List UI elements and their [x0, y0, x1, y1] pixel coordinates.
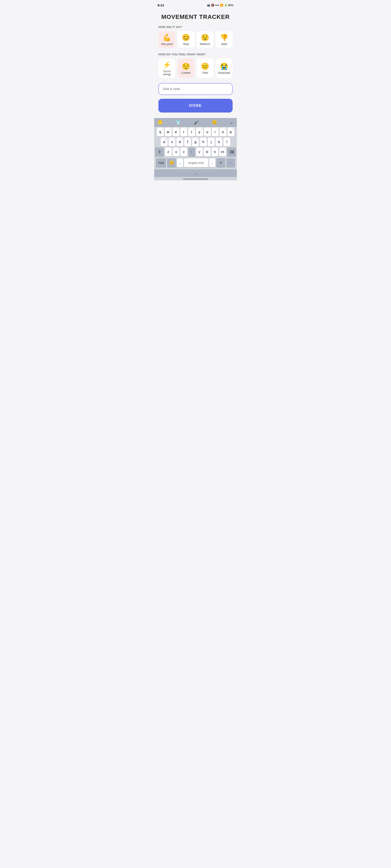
- section2-label-1: Content: [181, 71, 190, 74]
- note-input[interactable]: [162, 87, 229, 91]
- section2-emoji-0: ⚡: [162, 61, 171, 68]
- section1-emoji-1: 😊: [182, 34, 190, 41]
- key-u[interactable]: 7u: [204, 128, 211, 136]
- keyboard-collapse-icon[interactable]: ⌄: [230, 120, 234, 125]
- key-l[interactable]: )l: [223, 137, 230, 147]
- battery-icon: 🔋 66%: [224, 4, 234, 7]
- app-title: MOVEMENT TRACKER: [158, 13, 233, 20]
- section2-option-1[interactable]: 😌 Content: [178, 59, 194, 78]
- key-row-3: ⇧ *z #x "c | ;v :b !n ?m ⌫: [155, 148, 236, 156]
- key-j[interactable]: +j: [208, 137, 215, 147]
- key-m[interactable]: ?m: [219, 148, 226, 156]
- key-comma[interactable]: ,: [177, 158, 183, 167]
- note-input-wrapper[interactable]: [158, 83, 233, 95]
- signal-icon: ▪▪▪▪: [215, 4, 219, 7]
- key-row-2: @a #s £d _f &g -h +j (k )l: [155, 137, 236, 147]
- main-content: MOVEMENT TRACKER HOW DID IT GO? 💪 Very g…: [154, 9, 237, 118]
- camera-icon: 📹: [207, 4, 210, 7]
- key-g[interactable]: &g: [192, 137, 199, 147]
- key-w[interactable]: 2w: [165, 128, 172, 136]
- key-row-1: 1q 2w 3e 4r 5t 6y 7u 8i 9o 0p: [155, 128, 236, 136]
- section1-label-1: Okay: [183, 42, 189, 45]
- key-emoji-smiley[interactable]: 😊: [167, 158, 176, 167]
- keyboard-toolbar: 😶 👕 🎤 😊 ⌄: [154, 118, 237, 127]
- key-z[interactable]: *z: [165, 148, 172, 156]
- keyboard-shirt-icon[interactable]: 👕: [176, 120, 181, 125]
- status-time: 9:13: [157, 3, 164, 7]
- key-special-123[interactable]: !?: [216, 158, 225, 167]
- key-num123[interactable]: ?123: [156, 158, 166, 167]
- section1-emoji-0: 💪: [162, 34, 171, 41]
- section2-option-2[interactable]: 😐 Tired: [197, 59, 213, 78]
- key-shift[interactable]: ⇧: [155, 148, 164, 156]
- keyboard-dismiss-row[interactable]: ⌄: [154, 169, 237, 177]
- key-o[interactable]: 9o: [220, 128, 227, 136]
- key-d[interactable]: £d: [176, 137, 183, 147]
- keyboard-bottom-row: ?123 😊 , English (UK) . !? ✓: [155, 157, 236, 169]
- key-b[interactable]: :b: [204, 148, 211, 156]
- section2-option-0[interactable]: ⚡ Full of energy: [158, 59, 175, 78]
- wifi-icon: 📶: [220, 4, 223, 7]
- key-r[interactable]: 4r: [180, 128, 187, 136]
- key-y[interactable]: 6y: [196, 128, 203, 136]
- section1-label: HOW DID IT GO?: [158, 25, 233, 29]
- done-button[interactable]: DONE: [158, 99, 233, 113]
- section2-label: HOW DO YOU FEEL RIGHT NOW?: [158, 53, 233, 56]
- key-delete[interactable]: ⌫: [227, 148, 236, 156]
- home-bar-area: [154, 177, 237, 180]
- key-x[interactable]: #x: [173, 148, 180, 156]
- section1-options: 💪 Very good 😊 Okay 😟 Mediocre 👎 Awful: [158, 31, 233, 48]
- section2-options: ⚡ Full of energy 😌 Content 😐 Tired 😭 Exh…: [158, 59, 233, 78]
- key-a[interactable]: @a: [161, 137, 168, 147]
- key-cursor: |: [188, 148, 195, 156]
- keyboard-mic-icon[interactable]: 🎤: [194, 120, 199, 125]
- home-bar: [183, 179, 208, 180]
- key-q[interactable]: 1q: [157, 128, 164, 136]
- section1-option-2[interactable]: 😟 Mediocre: [197, 31, 213, 48]
- section1-emoji-3: 👎: [220, 34, 229, 41]
- section1-label-2: Mediocre: [200, 42, 210, 45]
- key-v[interactable]: ;v: [196, 148, 203, 156]
- key-i[interactable]: 8i: [212, 128, 219, 136]
- section2-emoji-3: 😭: [220, 63, 229, 70]
- section2-option-3[interactable]: 😭 Exhausted: [216, 59, 233, 78]
- status-icons: 📹 🔇 ▪▪▪▪ 📶 🔋 66%: [207, 4, 234, 7]
- key-t[interactable]: 5t: [188, 128, 195, 136]
- section2-label-0: Full of energy: [160, 70, 174, 76]
- status-bar: 9:13 📹 🔇 ▪▪▪▪ 📶 🔋 66%: [154, 0, 237, 9]
- section1-option-0[interactable]: 💪 Very good: [158, 31, 175, 48]
- section1-emoji-2: 😟: [201, 34, 209, 41]
- keyboard-emoji-icon[interactable]: 😶: [157, 120, 163, 125]
- key-p[interactable]: 0p: [228, 128, 234, 136]
- key-n[interactable]: !n: [212, 148, 218, 156]
- section2-emoji-2: 😐: [201, 63, 209, 70]
- key-space[interactable]: English (UK): [184, 158, 208, 167]
- key-k[interactable]: (k: [216, 137, 222, 147]
- key-done-check[interactable]: ✓: [226, 158, 235, 167]
- keyboard-face-icon[interactable]: 😊: [212, 120, 217, 125]
- section1-option-1[interactable]: 😊 Okay: [178, 31, 194, 48]
- keyboard-rows: 1q 2w 3e 4r 5t 6y 7u 8i 9o 0p @a #s £d _…: [154, 127, 237, 169]
- key-s[interactable]: #s: [169, 137, 175, 147]
- keyboard-dismiss-icon[interactable]: ⌄: [194, 170, 198, 176]
- keyboard-area: 1q 2w 3e 4r 5t 6y 7u 8i 9o 0p @a #s £d _…: [154, 127, 237, 180]
- key-period[interactable]: .: [209, 158, 215, 167]
- key-e[interactable]: 3e: [173, 128, 179, 136]
- section1-option-3[interactable]: 👎 Awful: [216, 31, 233, 48]
- section1-label-3: Awful: [221, 42, 227, 45]
- key-h[interactable]: -h: [200, 137, 207, 147]
- section2-label-2: Tired: [202, 71, 208, 74]
- key-c[interactable]: "c: [180, 148, 187, 156]
- section2-label-3: Exhausted: [218, 71, 230, 74]
- section1-label-0: Very good: [161, 42, 173, 45]
- mute-icon: 🔇: [211, 4, 214, 7]
- key-f[interactable]: _f: [184, 137, 191, 147]
- section2-emoji-1: 😌: [182, 63, 190, 70]
